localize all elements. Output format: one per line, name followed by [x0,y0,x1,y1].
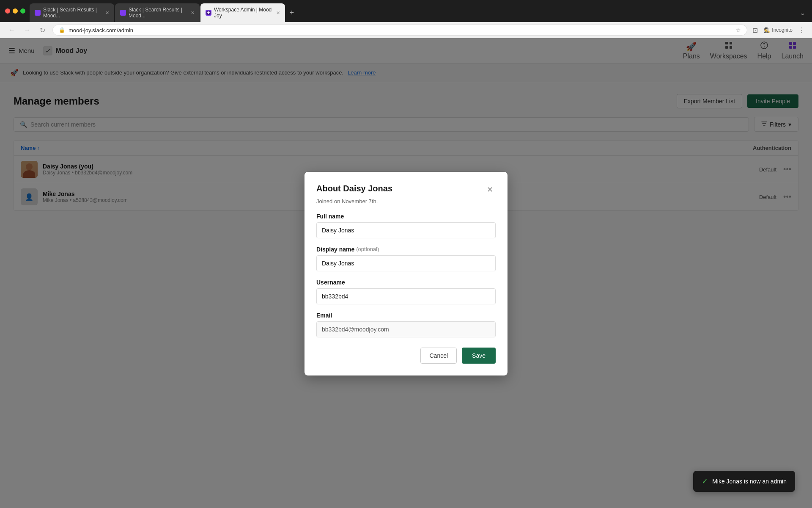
bookmark-icon[interactable]: ☆ [735,27,741,33]
tab-title-2: Slack | Search Results | Mood... [129,7,187,19]
about-daisy-modal: About Daisy Jonas ✕ Joined on November 7… [304,172,508,375]
email-label: Email [316,312,496,319]
email-input[interactable] [316,321,496,337]
modal-overlay: About Daisy Jonas ✕ Joined on November 7… [0,38,812,508]
tab-icon-2 [120,10,126,16]
username-group: Username [316,279,496,304]
address-text: mood-joy.slack.com/admin [69,27,732,33]
username-input[interactable] [316,288,496,304]
new-tab-button[interactable]: + [286,7,298,19]
toast-message: Mike Jonas is now an admin [712,478,787,485]
address-field[interactable]: 🔒 mood-joy.slack.com/admin ☆ [52,25,747,36]
tab-title-3: Workspace Admin | Mood Joy [214,7,272,19]
lock-icon: 🔒 [59,27,65,33]
tab-close-1[interactable]: ✕ [105,10,109,16]
maximize-button[interactable] [20,8,25,14]
minimize-button[interactable] [13,8,18,14]
display-name-label: Display name (optional) [316,246,496,253]
tab-icon-3 [206,10,211,16]
modal-title: About Daisy Jonas [316,184,392,193]
email-group: Email [316,312,496,337]
cancel-button[interactable]: Cancel [420,348,457,364]
close-button[interactable] [5,8,10,14]
traffic-lights [3,8,29,17]
more-options-icon[interactable]: ⋮ [798,26,805,34]
forward-button[interactable]: → [22,26,32,34]
optional-text: (optional) [356,246,379,252]
incognito-label: Incognito [772,27,793,33]
nav-right-icons: ⊡ 🕵 Incognito ⋮ [752,26,805,34]
tab-close-2[interactable]: ✕ [191,10,195,16]
reload-button[interactable]: ↻ [37,26,47,34]
toast-check-icon: ✓ [702,477,708,486]
save-button[interactable]: Save [462,348,496,364]
display-name-group: Display name (optional) [316,246,496,271]
full-name-label: Full name [316,213,496,220]
tab-close-3[interactable]: ✕ [276,10,280,16]
full-name-group: Full name [316,213,496,238]
incognito-icon: 🕵 [764,27,770,33]
browser-chrome: Slack | Search Results | Mood... ✕ Slack… [0,0,812,38]
tab-bar: Slack | Search Results | Mood... ✕ Slack… [0,0,812,22]
modal-header: About Daisy Jonas ✕ [316,184,496,196]
browser-tab-1[interactable]: Slack | Search Results | Mood... ✕ [30,3,114,22]
incognito-badge: 🕵 Incognito [764,27,793,33]
browser-tab-3[interactable]: Workspace Admin | Mood Joy ✕ [200,3,285,22]
browser-tab-2[interactable]: Slack | Search Results | Mood... ✕ [115,3,200,22]
modal-subtitle: Joined on November 7th. [316,198,496,204]
full-name-input[interactable] [316,222,496,238]
modal-footer: Cancel Save [316,348,496,364]
modal-close-button[interactable]: ✕ [484,184,496,196]
display-name-input[interactable] [316,255,496,271]
tab-bar-controls[interactable]: ⌄ [800,9,809,17]
app-container: ☰ Menu Mood Joy 🚀 Plans [0,38,812,508]
back-button[interactable]: ← [7,26,17,34]
tab-icon-1 [35,10,41,16]
username-label: Username [316,279,496,286]
toast-notification: ✓ Mike Jonas is now an admin [693,471,795,492]
extensions-icon[interactable]: ⊡ [752,26,758,34]
tab-title-1: Slack | Search Results | Mood... [43,7,101,19]
address-bar: ← → ↻ 🔒 mood-joy.slack.com/admin ☆ ⊡ 🕵 I… [0,22,812,38]
